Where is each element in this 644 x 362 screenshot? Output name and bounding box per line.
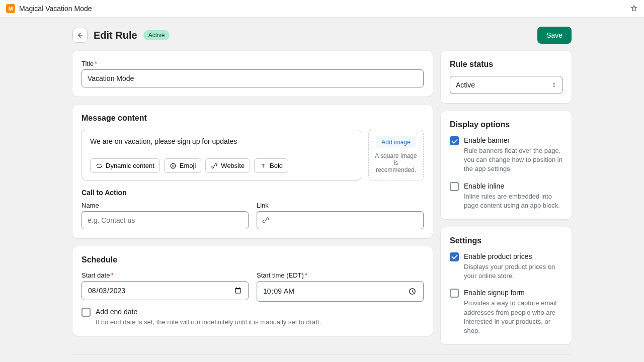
text-icon — [260, 162, 267, 169]
title-input[interactable] — [82, 69, 424, 87]
enable-banner-help: Rule banners float over the page, you ca… — [464, 146, 562, 174]
footer-actions: Delete Save — [72, 354, 572, 362]
enable-banner-label: Enable banner — [464, 136, 562, 144]
emoji-icon — [170, 162, 177, 169]
arrow-left-icon — [76, 31, 84, 39]
enable-prices-checkbox[interactable] — [450, 252, 459, 261]
enable-signup-label: Enable signup form — [464, 289, 562, 297]
title-label: Title* — [82, 60, 424, 67]
title-card: Title* — [72, 51, 433, 97]
status-heading: Rule status — [450, 60, 562, 69]
message-heading: Message content — [82, 114, 424, 123]
cta-name-input[interactable] — [82, 211, 249, 229]
svg-point-1 — [172, 165, 173, 165]
svg-point-2 — [174, 165, 174, 165]
link-icon — [211, 162, 218, 169]
add-image-button[interactable]: Add image — [376, 136, 415, 148]
start-time-input[interactable] — [257, 281, 424, 302]
message-card: Message content We are on vacation, plea… — [72, 105, 433, 238]
dynamic-icon — [96, 162, 103, 169]
app-icon: M — [6, 4, 15, 13]
status-select[interactable] — [450, 76, 562, 94]
start-time-label: Start time (EDT)* — [257, 272, 424, 279]
app-name: Magical Vacation Mode — [19, 5, 92, 13]
cta-name-label: Name — [82, 202, 249, 209]
add-end-date-checkbox[interactable] — [82, 308, 91, 317]
start-date-label: Start date* — [82, 272, 249, 279]
display-heading: Display options — [450, 120, 562, 129]
enable-inline-label: Enable inline — [464, 182, 562, 190]
enable-prices-label: Enable product prices — [464, 252, 562, 260]
settings-heading: Settings — [450, 236, 562, 245]
add-end-date-help: If no end date is set, the rule will run… — [96, 318, 321, 327]
cta-heading: Call to Action — [82, 189, 424, 197]
svg-point-0 — [171, 163, 176, 168]
image-help-text: A square image is recommended. — [373, 152, 419, 173]
emoji-button[interactable]: Emoji — [164, 158, 202, 173]
page-header: Edit Rule Active Save — [72, 27, 572, 44]
image-dropzone[interactable]: Add image A square image is recommended. — [368, 130, 424, 180]
message-editor[interactable]: We are on vacation, please sign up for u… — [82, 130, 361, 180]
add-end-date-label: Add end date — [96, 308, 321, 316]
message-text: We are on vacation, please sign up for u… — [90, 137, 353, 149]
website-button[interactable]: Website — [205, 158, 250, 173]
schedule-heading: Schedule — [82, 255, 424, 264]
back-button[interactable] — [72, 28, 88, 43]
cta-link-label: Link — [257, 202, 424, 209]
schedule-card: Schedule Start date* Start time (EDT)* A… — [72, 246, 433, 336]
enable-inline-help: Inline rules are embedded into page cont… — [464, 192, 562, 210]
enable-signup-help: Provides a way to capture email addresse… — [464, 299, 562, 335]
bold-button[interactable]: Bold — [254, 158, 288, 173]
status-card: Rule status — [441, 51, 572, 103]
status-badge: Active — [143, 30, 170, 40]
dynamic-content-button[interactable]: Dynamic content — [90, 158, 160, 173]
save-button-top[interactable]: Save — [537, 27, 572, 44]
cta-link-input[interactable] — [257, 211, 424, 229]
enable-inline-checkbox[interactable] — [450, 182, 459, 191]
pin-icon[interactable] — [630, 5, 638, 13]
display-options-card: Display options Enable banner Rule banne… — [441, 111, 572, 219]
enable-signup-checkbox[interactable] — [450, 289, 459, 298]
enable-prices-help: Displays your product prices on your onl… — [464, 262, 562, 281]
enable-banner-checkbox[interactable] — [450, 136, 459, 145]
start-date-input[interactable] — [82, 281, 249, 300]
settings-card: Settings Enable product prices Displays … — [441, 227, 572, 344]
page-title: Edit Rule — [94, 30, 137, 41]
topbar: M Magical Vacation Mode — [0, 0, 644, 18]
